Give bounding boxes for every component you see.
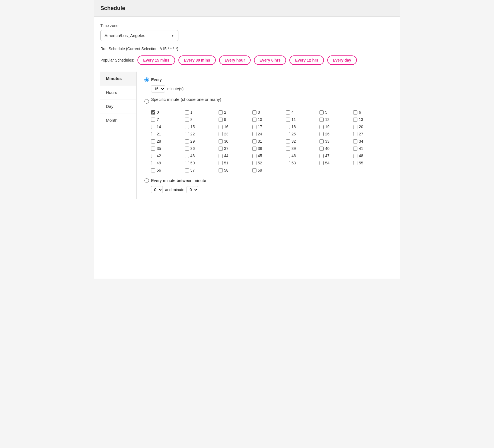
checkbox-48[interactable] [353, 154, 357, 158]
checkbox-item-54: 54 [319, 161, 352, 165]
checkbox-36[interactable] [185, 147, 189, 151]
checkbox-15[interactable] [185, 125, 189, 129]
sidebar-item-day[interactable]: Day [100, 99, 136, 113]
checkbox-1[interactable] [185, 110, 189, 115]
checkbox-52[interactable] [252, 161, 256, 165]
checkbox-14[interactable] [151, 125, 155, 129]
checkbox-55[interactable] [353, 161, 357, 165]
sidebar-item-month[interactable]: Month [100, 113, 136, 127]
checkbox-item-48: 48 [353, 154, 386, 158]
schedule-btn-every-day[interactable]: Every day [327, 55, 357, 65]
checkbox-45[interactable] [252, 154, 256, 158]
checkbox-34[interactable] [353, 139, 357, 143]
checkbox-label-38: 38 [258, 146, 262, 151]
checkbox-label-19: 19 [325, 125, 330, 129]
checkbox-0[interactable] [151, 110, 155, 115]
checkbox-51[interactable] [219, 161, 223, 165]
checkbox-54[interactable] [319, 161, 324, 165]
schedule-btn-every-6-hrs[interactable]: Every 6 hrs [254, 55, 286, 65]
checkbox-30[interactable] [219, 139, 223, 143]
checkbox-44[interactable] [219, 154, 223, 158]
checkbox-38[interactable] [252, 147, 256, 151]
checkbox-8[interactable] [185, 118, 189, 122]
sidebar-item-minutes[interactable]: Minutes [100, 72, 136, 86]
checkbox-17[interactable] [252, 125, 256, 129]
checkbox-35[interactable] [151, 147, 155, 151]
schedule-btn-every-30-mins[interactable]: Every 30 mins [178, 55, 216, 65]
checkbox-label-53: 53 [291, 161, 296, 165]
checkbox-46[interactable] [286, 154, 290, 158]
checkbox-item-1: 1 [185, 110, 217, 115]
checkbox-label-24: 24 [258, 132, 262, 136]
checkbox-40[interactable] [319, 147, 324, 151]
schedule-btn-every-15-mins[interactable]: Every 15 mins [137, 55, 175, 65]
every-radio[interactable] [144, 77, 149, 82]
checkbox-item-49: 49 [151, 161, 184, 165]
specific-radio[interactable] [144, 99, 149, 104]
checkbox-22[interactable] [185, 132, 189, 136]
checkbox-4[interactable] [286, 110, 290, 115]
checkbox-43[interactable] [185, 154, 189, 158]
schedule-btn-every-12-hrs[interactable]: Every 12 hrs [289, 55, 324, 65]
checkbox-25[interactable] [286, 132, 290, 136]
checkbox-53[interactable] [286, 161, 290, 165]
checkbox-5[interactable] [319, 110, 324, 115]
checkbox-59[interactable] [252, 168, 256, 172]
checkbox-42[interactable] [151, 154, 155, 158]
checkbox-2[interactable] [219, 110, 223, 115]
main-layout: Minutes Hours Day Month Every 15 1 2 5 [100, 72, 394, 199]
checkbox-13[interactable] [353, 118, 357, 122]
checkbox-37[interactable] [219, 147, 223, 151]
checkbox-label-58: 58 [224, 168, 229, 172]
checkbox-item-10: 10 [252, 117, 285, 122]
between-radio[interactable] [144, 178, 149, 183]
checkbox-3[interactable] [252, 110, 256, 115]
between-to-select[interactable]: 0 [187, 186, 198, 193]
checkbox-23[interactable] [219, 132, 223, 136]
checkbox-50[interactable] [185, 161, 189, 165]
page-wrapper: Schedule Time zone America/Los_Angeles ▼… [94, 0, 400, 279]
checkbox-21[interactable] [151, 132, 155, 136]
checkbox-11[interactable] [286, 118, 290, 122]
checkbox-58[interactable] [219, 168, 223, 172]
checkbox-47[interactable] [319, 154, 324, 158]
checkbox-32[interactable] [286, 139, 290, 143]
checkbox-41[interactable] [353, 147, 357, 151]
checkbox-9[interactable] [219, 118, 223, 122]
checkbox-31[interactable] [252, 139, 256, 143]
checkbox-6[interactable] [353, 110, 357, 115]
checkbox-label-12: 12 [325, 117, 330, 122]
checkbox-26[interactable] [319, 132, 324, 136]
checkbox-19[interactable] [319, 125, 324, 129]
checkbox-20[interactable] [353, 125, 357, 129]
checkbox-16[interactable] [219, 125, 223, 129]
checkbox-item-30: 30 [219, 139, 251, 143]
schedule-btn-every-hour[interactable]: Every hour [219, 55, 251, 65]
checkbox-39[interactable] [286, 147, 290, 151]
checkbox-label-35: 35 [157, 146, 161, 151]
checkbox-item-15: 15 [185, 125, 217, 129]
checkbox-item-8: 8 [185, 117, 217, 122]
checkbox-label-51: 51 [224, 161, 229, 165]
checkbox-49[interactable] [151, 161, 155, 165]
checkbox-label-20: 20 [359, 125, 363, 129]
popular-schedules-label: Popular Schedules: [100, 58, 134, 62]
checkbox-56[interactable] [151, 168, 155, 172]
every-value-select[interactable]: 15 1 2 5 10 20 30 [151, 85, 165, 92]
timezone-select[interactable]: America/Los_Angeles ▼ [100, 30, 178, 41]
between-from-select[interactable]: 0 [151, 186, 163, 193]
checkbox-24[interactable] [252, 132, 256, 136]
checkbox-7[interactable] [151, 118, 155, 122]
checkbox-18[interactable] [286, 125, 290, 129]
checkbox-27[interactable] [353, 132, 357, 136]
sidebar-item-hours[interactable]: Hours [100, 86, 136, 99]
checkbox-29[interactable] [185, 139, 189, 143]
checkbox-item-20: 20 [353, 125, 386, 129]
checkbox-10[interactable] [252, 118, 256, 122]
checkbox-label-28: 28 [157, 139, 161, 143]
checkbox-33[interactable] [319, 139, 324, 143]
checkbox-28[interactable] [151, 139, 155, 143]
checkbox-label-0: 0 [157, 110, 159, 115]
checkbox-57[interactable] [185, 168, 189, 172]
checkbox-12[interactable] [319, 118, 324, 122]
